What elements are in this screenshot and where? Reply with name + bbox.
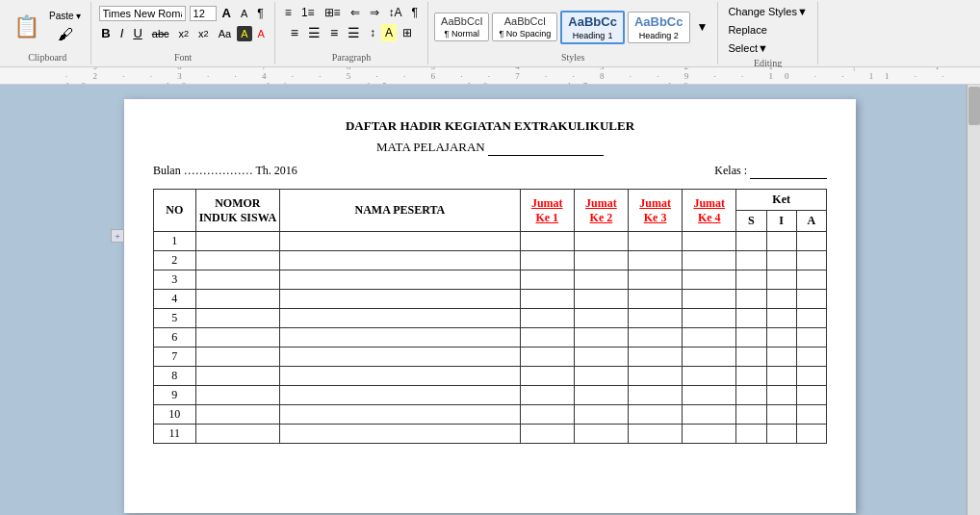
increase-indent-button[interactable]: ⇒: [366, 4, 383, 21]
select-button[interactable]: Select▼: [724, 40, 771, 56]
cell-a: [796, 386, 826, 405]
table-row: 6: [154, 328, 827, 348]
paragraph-label: Paragraph: [332, 50, 372, 63]
cell-i: [766, 290, 796, 309]
editing-group: Change Styles▼ Replace Select▼ Editing: [718, 2, 817, 64]
kelas-line: [750, 164, 827, 179]
style-normal-button[interactable]: AaBbCcI ¶ Normal: [434, 13, 489, 41]
cell-jumat-1: [520, 386, 574, 405]
cell-nomor-induk: [195, 405, 279, 425]
cell-a: [796, 348, 826, 367]
multilevel-button[interactable]: ⊞≡: [321, 4, 345, 21]
cell-jumat-3: [629, 251, 683, 270]
document-area: + DAFTAR HADIR KEGIATAN EXTRAKULIKULER M…: [0, 85, 980, 515]
table-header-row-1: NO NOMOR INDUK SISWA NAMA PESERTA Jumat …: [154, 190, 827, 211]
clipboard-group: 📋 Paste ▾ 🖌 Clipboard: [4, 2, 91, 64]
sort-button[interactable]: ↕A: [385, 4, 406, 21]
numbering-button[interactable]: 1≡: [297, 4, 319, 21]
col-jumat-3: Jumat Ke 3: [629, 190, 683, 232]
cell-i: [766, 232, 796, 251]
increase-font-button[interactable]: A: [219, 4, 235, 22]
cell-no: 10: [154, 405, 196, 425]
scrollbar[interactable]: [967, 85, 980, 515]
cell-jumat-4: [683, 367, 736, 386]
table-body: 1234567891011: [154, 232, 827, 444]
styles-scroll-button[interactable]: ▼: [693, 18, 712, 36]
align-center-button[interactable]: ☰: [304, 23, 324, 42]
font-size-input[interactable]: [190, 6, 217, 21]
justify-button[interactable]: ☰: [344, 23, 364, 42]
cell-a: [796, 270, 826, 290]
paste-dropdown-button[interactable]: Paste ▾: [45, 9, 85, 23]
add-content-button[interactable]: +: [111, 229, 124, 243]
paste-button[interactable]: 📋: [10, 13, 43, 41]
subscript-button[interactable]: x2: [175, 26, 193, 41]
case-button[interactable]: Aa: [215, 26, 235, 41]
font-name-input[interactable]: [99, 6, 186, 21]
underline-button[interactable]: U: [129, 24, 145, 42]
bold-button[interactable]: B: [97, 24, 114, 42]
align-right-button[interactable]: ≡: [326, 23, 342, 42]
decrease-font-button[interactable]: A: [237, 6, 251, 21]
style-no-spacing-button[interactable]: AaBbCcI ¶ No Spacing: [492, 13, 557, 41]
cell-nomor-induk: [195, 232, 279, 251]
align-left-button[interactable]: ≡: [287, 23, 302, 42]
style-heading2-button[interactable]: AaBbCc Heading 2: [628, 12, 690, 43]
col-s: S: [736, 211, 766, 232]
cell-jumat-1: [520, 251, 574, 270]
document-info: Bulan ……………… Th. 2016 Kelas :: [153, 164, 827, 179]
decrease-indent-button[interactable]: ⇐: [347, 4, 364, 21]
cell-jumat-2: [574, 232, 628, 251]
change-styles-button[interactable]: Change Styles▼: [724, 4, 811, 19]
document-subtitle: MATA PELAJARAN: [153, 140, 827, 156]
table-row: 7: [154, 348, 827, 367]
cell-jumat-4: [683, 232, 736, 251]
cell-jumat-3: [629, 367, 683, 386]
strikethrough-button[interactable]: abc: [148, 26, 173, 41]
cell-a: [796, 232, 826, 251]
font-label: Font: [174, 50, 192, 63]
cell-jumat-3: [629, 309, 683, 328]
italic-button[interactable]: I: [116, 24, 128, 42]
cell-jumat-2: [574, 386, 628, 405]
col-no: NO: [154, 190, 196, 232]
table-row: 1: [154, 232, 827, 251]
cell-nama: [280, 251, 521, 270]
cell-nomor-induk: [195, 251, 279, 270]
superscript-button[interactable]: x2: [194, 26, 213, 41]
table-row: 9: [154, 386, 827, 405]
cell-jumat-3: [629, 386, 683, 405]
shading-button[interactable]: A: [381, 24, 397, 41]
cell-jumat-2: [574, 348, 628, 367]
styles-label: Styles: [561, 50, 584, 63]
font-color-button[interactable]: A: [254, 26, 269, 41]
cell-jumat-1: [520, 290, 574, 309]
col-i: I: [766, 211, 796, 232]
highlight-button[interactable]: A: [237, 26, 251, 41]
cell-jumat-3: [629, 348, 683, 367]
col-nomor-induk: NOMOR INDUK SISWA: [195, 190, 279, 232]
cell-jumat-1: [520, 425, 574, 444]
cell-jumat-4: [683, 290, 736, 309]
cell-jumat-1: [520, 270, 574, 290]
borders-button[interactable]: ⊞: [399, 24, 416, 41]
cell-jumat-1: [520, 348, 574, 367]
cell-no: 11: [154, 425, 196, 444]
style-heading1-button[interactable]: AaBbCc Heading 1: [560, 11, 625, 44]
bullets-button[interactable]: ≡: [281, 4, 296, 21]
cell-a: [796, 309, 826, 328]
cell-i: [766, 270, 796, 290]
cell-i: [766, 425, 796, 444]
attendance-table: NO NOMOR INDUK SISWA NAMA PESERTA Jumat …: [153, 189, 827, 444]
cell-jumat-2: [574, 367, 628, 386]
replace-button[interactable]: Replace: [724, 22, 770, 38]
cell-i: [766, 405, 796, 425]
clear-format-button[interactable]: ¶: [253, 5, 267, 22]
scrollbar-thumb[interactable]: [968, 87, 980, 125]
show-marks-button[interactable]: ¶: [408, 4, 422, 21]
clipboard-label: Clipboard: [28, 50, 66, 63]
format-painter-button[interactable]: 🖌: [45, 24, 85, 45]
ribbon: 📋 Paste ▾ 🖌 Clipboard A A ¶ B I U abc x2…: [0, 0, 980, 67]
line-spacing-button[interactable]: ↕: [366, 24, 379, 41]
ruler: · 9 · · 8 · · 7 · · 6 · · 5 · · 4 · · 3 …: [0, 67, 980, 85]
